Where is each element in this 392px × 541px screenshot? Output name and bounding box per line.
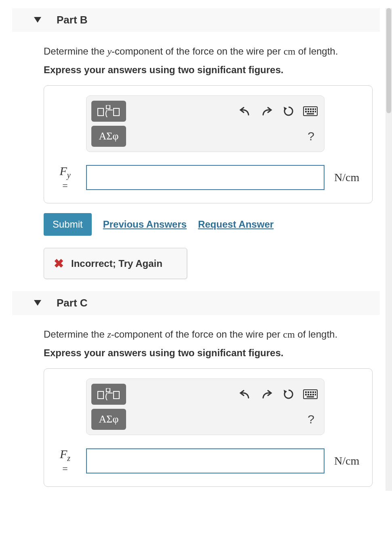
svg-rect-35	[307, 396, 314, 397]
svg-rect-20	[106, 388, 110, 392]
request-answer-link[interactable]: Request Answer	[198, 219, 274, 230]
svg-rect-29	[315, 391, 316, 393]
svg-rect-9	[310, 108, 312, 110]
answer-box: ΑΣφ ? Fz = N/cm	[44, 368, 373, 486]
question-instructions: Express your answers using two significa…	[44, 347, 380, 359]
part-title: Part B	[57, 14, 88, 26]
svg-rect-22	[114, 391, 119, 399]
redo-icon[interactable]	[258, 385, 276, 403]
svg-rect-19	[98, 391, 103, 399]
answer-input[interactable]	[86, 165, 325, 190]
svg-rect-7	[305, 108, 307, 110]
svg-marker-0	[34, 17, 41, 23]
undo-icon[interactable]	[236, 385, 254, 403]
scrollbar-thumb[interactable]	[386, 8, 391, 113]
submit-button[interactable]: Submit	[44, 213, 92, 236]
svg-rect-33	[312, 394, 314, 395]
unit-label: N/cm	[334, 171, 359, 184]
svg-rect-2	[106, 105, 110, 109]
svg-rect-31	[308, 394, 309, 395]
greek-letters-button[interactable]: ΑΣφ	[91, 409, 126, 430]
templates-button[interactable]	[91, 101, 126, 122]
equation-toolbar: ΑΣφ ?	[86, 378, 325, 435]
undo-icon[interactable]	[236, 102, 254, 120]
templates-button[interactable]	[91, 384, 126, 405]
svg-rect-8	[308, 108, 309, 110]
unit-label: N/cm	[334, 454, 359, 467]
svg-rect-12	[305, 111, 307, 112]
incorrect-x-icon: ✖	[54, 256, 64, 270]
variable-label: Fy =	[51, 164, 80, 191]
help-icon[interactable]: ?	[308, 412, 314, 426]
reset-icon[interactable]	[280, 385, 297, 403]
redo-icon[interactable]	[258, 102, 276, 120]
svg-rect-11	[315, 108, 316, 110]
svg-rect-4	[114, 108, 119, 116]
svg-rect-25	[305, 391, 307, 393]
svg-rect-28	[312, 391, 314, 393]
help-icon[interactable]: ?	[308, 129, 314, 143]
svg-rect-13	[308, 111, 309, 112]
question-instructions: Express your answers using two significa…	[44, 64, 380, 76]
keyboard-icon[interactable]	[301, 102, 319, 120]
part-b-body: Determine the y-component of the force o…	[12, 32, 380, 291]
feedback-box: ✖ Incorrect; Try Again	[44, 248, 187, 279]
variable-label: Fz =	[51, 447, 80, 474]
reset-icon[interactable]	[280, 102, 297, 120]
svg-rect-16	[315, 111, 316, 112]
svg-rect-17	[307, 113, 314, 114]
svg-marker-18	[34, 300, 41, 306]
part-b-header[interactable]: Part B	[12, 8, 380, 32]
svg-rect-15	[312, 111, 314, 112]
scrollbar[interactable]	[386, 8, 392, 491]
keyboard-icon[interactable]	[301, 385, 319, 403]
question-prompt: Determine the z-component of the force o…	[44, 327, 380, 342]
svg-rect-1	[98, 108, 103, 116]
svg-rect-30	[305, 394, 307, 395]
part-title: Part C	[57, 297, 88, 309]
previous-answers-link[interactable]: Previous Answers	[103, 219, 187, 230]
svg-rect-32	[310, 394, 312, 395]
part-c-header[interactable]: Part C	[12, 291, 380, 315]
feedback-text: Incorrect; Try Again	[71, 258, 162, 269]
svg-rect-34	[315, 394, 316, 395]
collapse-caret-icon	[34, 300, 41, 306]
collapse-caret-icon	[34, 17, 41, 23]
equation-toolbar: ΑΣφ ?	[86, 95, 325, 152]
part-c-body: Determine the z-component of the force o…	[12, 315, 380, 490]
button-row: Submit Previous Answers Request Answer	[44, 213, 380, 236]
answer-input[interactable]	[86, 448, 325, 473]
question-prompt: Determine the y-component of the force o…	[44, 44, 380, 59]
svg-rect-27	[310, 391, 312, 393]
svg-rect-14	[310, 111, 312, 112]
greek-letters-button[interactable]: ΑΣφ	[91, 126, 126, 147]
svg-rect-10	[312, 108, 314, 110]
answer-box: ΑΣφ ? Fy = N/cm	[44, 85, 373, 203]
svg-rect-26	[308, 391, 309, 393]
